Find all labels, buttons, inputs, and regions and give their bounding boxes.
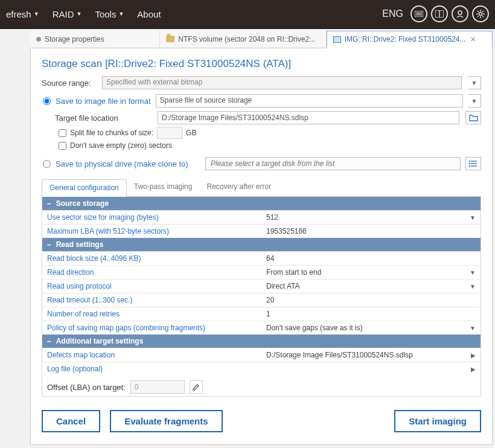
tab-general-config[interactable]: General configuration: [42, 179, 127, 197]
config-label: Read block size (4..4096 KB): [42, 252, 261, 265]
menu-refresh[interactable]: efresh▼: [0, 5, 45, 23]
config-value[interactable]: 20: [261, 293, 481, 307]
edit-icon[interactable]: [190, 380, 203, 394]
chevron-right-icon: ▶: [471, 352, 476, 359]
language-selector[interactable]: ENG: [375, 8, 410, 19]
section-source-storage[interactable]: – Source storage: [42, 197, 481, 210]
chevron-down-icon[interactable]: ▼: [468, 94, 481, 107]
config-value[interactable]: 1953525166: [261, 225, 481, 238]
card-icon[interactable]: [410, 5, 427, 22]
section-target-settings[interactable]: – Additional target settings: [42, 334, 481, 348]
chevron-down-icon: ▼: [34, 11, 39, 17]
close-icon[interactable]: ×: [469, 34, 476, 44]
config-label: Policy of saving map gaps (combining fra…: [42, 321, 261, 334]
config-label: Number of read retries: [42, 307, 261, 321]
top-toolbar-icons: [410, 5, 489, 22]
config-tabs: General configuration Two-pass imaging R…: [42, 179, 481, 197]
config-value[interactable]: Direct ATA▼: [261, 280, 481, 293]
layout-icon[interactable]: [431, 5, 448, 22]
split-chunks-checkbox[interactable]: [59, 129, 66, 137]
top-menu-bar: efresh▼ RAID▼ Tools▼ About ENG: [0, 0, 495, 29]
svg-line-15: [477, 16, 479, 17]
menu-tools[interactable]: Tools▼: [89, 5, 130, 23]
collapse-icon: –: [47, 337, 51, 345]
config-label: Log file (optional): [42, 362, 261, 376]
physical-target-select[interactable]: [205, 157, 461, 170]
row-max-lba: Maximum LBA (with 512-byte sectors) 1953…: [42, 224, 481, 238]
save-to-physical-row: Save to physical drive (make clone to): [43, 157, 481, 170]
svg-line-13: [482, 16, 484, 17]
save-to-physical-label: Save to physical drive (make clone to): [56, 159, 200, 168]
start-imaging-button[interactable]: Start imaging: [394, 410, 481, 432]
save-to-image-radio[interactable]: [43, 97, 51, 105]
config-label: Use sector size for imaging (bytes): [42, 211, 261, 224]
config-label: Read direction: [42, 266, 261, 279]
save-to-image-radio-row: Save to image file in format Sparse file…: [43, 94, 481, 107]
svg-line-14: [482, 11, 484, 12]
row-read-retries: Number of read retries 1: [42, 307, 481, 321]
section-read-settings[interactable]: – Read settings: [42, 238, 481, 251]
action-buttons: Cancel Evaluate fragments Start imaging: [42, 410, 481, 432]
row-sector-size: Use sector size for imaging (bytes) 512▼: [42, 210, 481, 224]
chevron-down-icon: ▼: [118, 11, 124, 17]
target-location-input[interactable]: [158, 111, 459, 124]
target-location-row: Target file location: [55, 111, 481, 124]
collapse-icon: –: [47, 240, 51, 249]
svg-rect-19: [469, 161, 470, 162]
collapse-icon: –: [47, 199, 51, 208]
image-format-select[interactable]: Sparse file of source storage: [156, 94, 463, 107]
skip-zero-label: Don't save empty (zero) sectors: [70, 141, 172, 150]
svg-rect-21: [469, 165, 470, 167]
tab-two-pass[interactable]: Two-pass imaging: [127, 179, 200, 196]
browse-folder-button[interactable]: [465, 111, 481, 124]
main-menu: efresh▼ RAID▼ Tools▼ About: [0, 5, 167, 23]
tab-storage-properties[interactable]: Storage properties: [30, 30, 160, 48]
list-icon[interactable]: [465, 157, 481, 170]
save-to-physical-radio[interactable]: [43, 160, 51, 168]
config-value[interactable]: ▶: [261, 362, 481, 376]
config-label: Read using protocol: [42, 280, 261, 293]
chevron-down-icon: ▼: [76, 11, 81, 17]
tab-label: Storage properties: [45, 35, 104, 43]
config-value[interactable]: From start to end▼: [261, 266, 481, 279]
row-defects-map: Defects map location D:/Storage Image Fi…: [42, 348, 481, 362]
split-chunks-label: Split file to chunks of size:: [70, 129, 153, 137]
config-value[interactable]: 64: [261, 252, 481, 265]
user-icon[interactable]: [452, 5, 468, 22]
row-read-direction: Read direction From start to end▼: [42, 265, 481, 279]
row-gap-policy: Policy of saving map gaps (combining fra…: [42, 321, 481, 334]
tab-recovery[interactable]: Recovery after error: [199, 179, 278, 196]
menu-raid[interactable]: RAID▼: [46, 5, 88, 23]
svg-point-6: [458, 11, 462, 14]
row-read-timeout: Read timeout (1..300 sec.) 20: [42, 293, 481, 307]
skip-zero-checkbox[interactable]: [59, 142, 66, 150]
config-value[interactable]: 1: [261, 307, 481, 321]
evaluate-fragments-button[interactable]: Evaluate fragments: [110, 410, 222, 432]
tab-ntfs-volume[interactable]: NTFS volume (sector 2048 on RI::Drive2:.…: [160, 30, 326, 48]
gear-icon[interactable]: [472, 5, 489, 22]
main-panel: Storage scan [RI::Drive2: Fixed ST310005…: [30, 48, 493, 445]
page-title: Storage scan [RI::Drive2: Fixed ST310005…: [42, 58, 481, 70]
chevron-right-icon: ▶: [471, 366, 476, 373]
row-read-protocol: Read using protocol Direct ATA▼: [42, 279, 481, 293]
chunk-unit-label: GB: [186, 129, 196, 137]
offset-input[interactable]: [130, 380, 185, 394]
menu-about[interactable]: About: [131, 5, 167, 23]
menu-tools-label: Tools: [95, 9, 116, 19]
cancel-button[interactable]: Cancel: [42, 410, 100, 432]
config-value[interactable]: Don't save gaps (save as it is)▼: [261, 321, 481, 334]
tab-label: NTFS volume (sector 2048 on RI::Drive2:.…: [178, 35, 315, 43]
chunk-size-input[interactable]: [157, 127, 182, 139]
chevron-down-icon: ▼: [470, 269, 476, 276]
config-value[interactable]: D:/Storage Image Files/ST31000524NS.sdls…: [261, 348, 481, 362]
document-tabs: Storage properties NTFS volume (sector 2…: [30, 30, 493, 48]
chevron-down-icon[interactable]: ▼: [468, 76, 481, 89]
tab-image-drive[interactable]: IMG::RI::Drive2: Fixed ST31000524... ×: [327, 31, 493, 48]
menu-raid-label: RAID: [53, 9, 74, 19]
source-range-select[interactable]: Specified with external bitmap: [102, 76, 462, 89]
chevron-down-icon: ▼: [470, 283, 476, 290]
svg-rect-20: [469, 163, 470, 164]
config-value[interactable]: 512▼: [261, 211, 481, 224]
config-label: Read timeout (1..300 sec.): [42, 293, 261, 307]
menu-about-label: About: [137, 9, 161, 19]
